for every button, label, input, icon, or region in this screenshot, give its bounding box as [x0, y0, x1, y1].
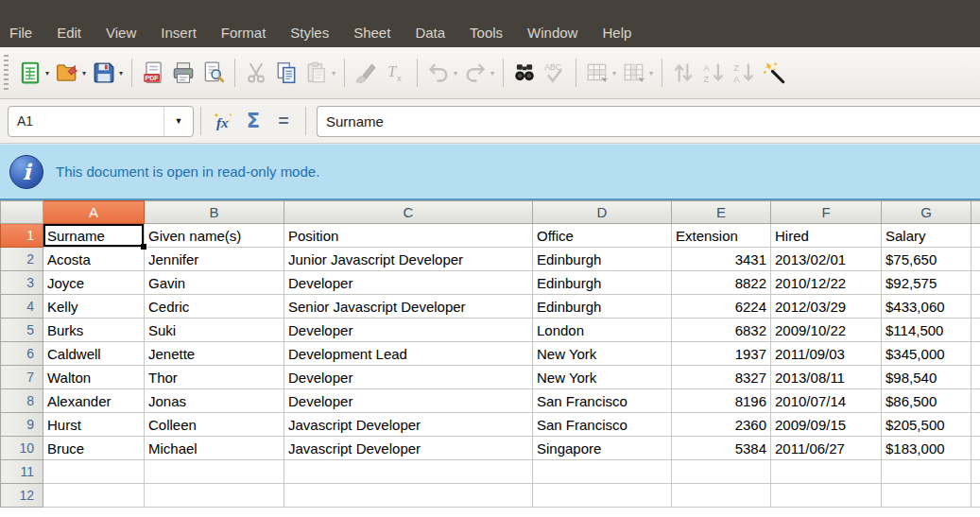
cell-C11[interactable]	[284, 460, 533, 484]
column-header-E[interactable]: E	[672, 201, 771, 224]
cell-D4[interactable]: Edinburgh	[533, 295, 672, 319]
chevron-down-icon[interactable]: ▼	[164, 116, 193, 126]
cell-H8[interactable]	[971, 389, 980, 413]
cell-G4[interactable]: $433,060	[882, 295, 971, 319]
cell-H11[interactable]	[971, 460, 980, 484]
cell-D5[interactable]: London	[533, 319, 672, 342]
cell-B4[interactable]: Cedric	[145, 295, 284, 319]
function-wizard-button[interactable]: fx	[208, 105, 238, 137]
cell-B12[interactable]	[145, 484, 284, 508]
cell-B10[interactable]: Michael	[145, 437, 284, 460]
cell-G10[interactable]: $183,000	[882, 437, 971, 460]
row-header-12[interactable]: 12	[1, 484, 43, 508]
cell-C5[interactable]: Developer	[284, 319, 533, 342]
row-header-3[interactable]: 3	[1, 271, 43, 295]
cell-G12[interactable]	[882, 484, 971, 508]
column-header-F[interactable]: F	[771, 201, 882, 224]
export-pdf-button[interactable]: PDF	[138, 56, 168, 90]
cell-B8[interactable]: Jonas	[145, 389, 284, 413]
cell-D1[interactable]: Office	[533, 224, 672, 248]
cell-F8[interactable]: 2010/07/14	[771, 389, 882, 413]
cell-E12[interactable]	[672, 484, 771, 508]
menu-help[interactable]: Help	[602, 25, 631, 41]
menu-window[interactable]: Window	[527, 25, 577, 41]
row-header-11[interactable]: 11	[1, 460, 43, 484]
cell-C9[interactable]: Javascript Developer	[284, 413, 533, 437]
cell-E2[interactable]: 3431	[672, 248, 771, 271]
cell-D8[interactable]: San Francisco	[533, 389, 672, 413]
cell-C10[interactable]: Javascript Developer	[284, 437, 533, 460]
cell-D7[interactable]: New York	[533, 366, 672, 389]
menu-insert[interactable]: Insert	[161, 25, 197, 41]
print-button[interactable]	[168, 56, 198, 90]
cell-D3[interactable]: Edinburgh	[533, 271, 672, 295]
column-header-G[interactable]: G	[882, 201, 971, 224]
cell-C2[interactable]: Junior Javascript Developer	[284, 248, 533, 271]
cell-C6[interactable]: Development Lead	[284, 342, 533, 366]
column-header-B[interactable]: B	[145, 201, 284, 224]
row-header-4[interactable]: 4	[1, 295, 43, 319]
cell-H9[interactable]	[971, 413, 980, 437]
cell-D11[interactable]	[533, 460, 672, 484]
column-header-A[interactable]: A	[43, 201, 145, 224]
cell-A12[interactable]	[43, 484, 145, 508]
cell-B3[interactable]: Gavin	[145, 271, 284, 295]
cell-F6[interactable]: 2011/09/03	[771, 342, 882, 366]
cell-G5[interactable]: $114,500	[882, 319, 971, 342]
cell-F1[interactable]: Hired	[771, 224, 882, 248]
sum-button[interactable]: Σ	[238, 105, 268, 137]
print-preview-button[interactable]	[198, 56, 229, 90]
cell-G11[interactable]	[882, 460, 971, 484]
cell-C8[interactable]: Developer	[284, 389, 533, 413]
cell-A11[interactable]	[43, 460, 145, 484]
cell-A4[interactable]: Kelly	[43, 295, 145, 319]
cell-H2[interactable]	[971, 248, 980, 271]
menu-data[interactable]: Data	[415, 25, 445, 41]
cell-H4[interactable]	[971, 295, 980, 319]
cell-B5[interactable]: Suki	[145, 319, 284, 342]
menu-edit[interactable]: Edit	[57, 25, 81, 41]
cell-C7[interactable]: Developer	[284, 366, 533, 389]
new-document-button[interactable]: ▾	[15, 56, 52, 90]
menu-sheet[interactable]: Sheet	[353, 25, 390, 41]
cell-G9[interactable]: $205,500	[882, 413, 971, 437]
cell-B2[interactable]: Jennifer	[145, 248, 284, 271]
row-header-2[interactable]: 2	[1, 248, 43, 271]
row-header-6[interactable]: 6	[1, 342, 43, 366]
cell-F7[interactable]: 2013/08/11	[771, 366, 882, 389]
menu-tools[interactable]: Tools	[470, 25, 503, 41]
name-box[interactable]: A1 ▼	[8, 106, 194, 137]
column-header-D[interactable]: D	[533, 201, 672, 224]
select-all-corner[interactable]	[1, 201, 43, 224]
dropdown-arrow-icon[interactable]: ▾	[45, 69, 49, 78]
row-header-1[interactable]: 1	[1, 224, 43, 248]
cell-A5[interactable]: Burks	[43, 319, 145, 342]
cell-H1[interactable]	[971, 224, 980, 248]
cell-E5[interactable]: 6832	[672, 319, 771, 342]
cell-E3[interactable]: 8822	[672, 271, 771, 295]
cell-G1[interactable]: Salary	[882, 224, 971, 248]
cell-B9[interactable]: Colleen	[145, 413, 284, 437]
cell-D6[interactable]: New York	[533, 342, 672, 366]
cell-A10[interactable]: Bruce	[43, 437, 145, 460]
cell-G8[interactable]: $86,500	[882, 389, 971, 413]
cell-D9[interactable]: San Francisco	[533, 413, 672, 437]
cell-A3[interactable]: Joyce	[43, 271, 145, 295]
cell-B1[interactable]: Given name(s)	[145, 224, 284, 248]
copy-button[interactable]	[271, 56, 301, 90]
cell-E10[interactable]: 5384	[672, 437, 771, 460]
cell-B6[interactable]: Jenette	[145, 342, 284, 366]
cell-H5[interactable]	[971, 319, 980, 342]
row-header-10[interactable]: 10	[1, 437, 43, 460]
cell-F2[interactable]: 2013/02/01	[771, 248, 882, 271]
cell-G7[interactable]: $98,540	[882, 366, 971, 389]
cell-F9[interactable]: 2009/09/15	[771, 413, 882, 437]
cell-B7[interactable]: Thor	[145, 366, 284, 389]
cell-C1[interactable]: Position	[284, 224, 533, 248]
cell-E7[interactable]: 8327	[672, 366, 771, 389]
cell-E11[interactable]	[672, 460, 771, 484]
menu-view[interactable]: View	[106, 25, 136, 41]
cell-A7[interactable]: Walton	[43, 366, 145, 389]
cell-D10[interactable]: Singapore	[533, 437, 672, 460]
cell-E4[interactable]: 6224	[672, 295, 771, 319]
